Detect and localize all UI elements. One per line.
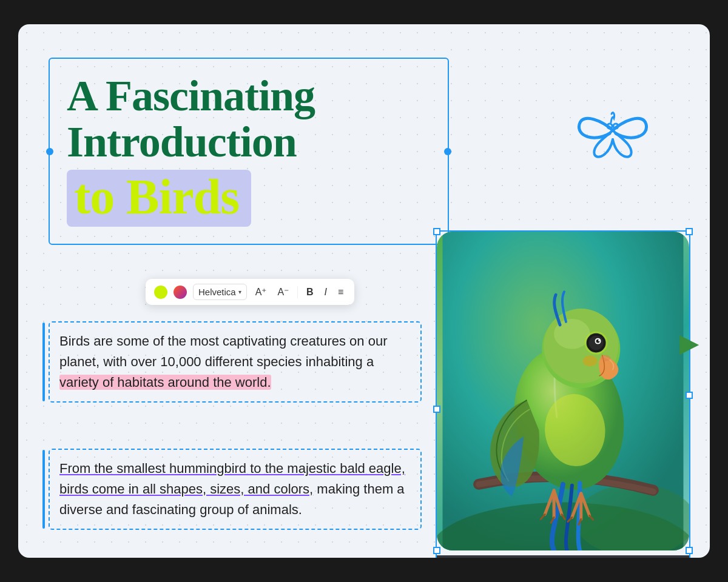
- font-name: Helvetica: [198, 287, 236, 297]
- handle-right[interactable]: [444, 148, 451, 155]
- butterfly-decoration: [570, 97, 655, 172]
- toolbar-divider: [297, 286, 298, 298]
- format-toolbar[interactable]: Helvetica ▾ A⁺ A⁻ B I ≡: [146, 279, 354, 305]
- svg-point-14: [598, 340, 600, 341]
- title-birds: to Birds: [74, 169, 239, 224]
- green-arrow-icon: ▶: [679, 328, 699, 358]
- paragraph-1: Birds are some of the most captivating c…: [59, 331, 411, 393]
- bird-image: [437, 232, 689, 550]
- font-arrow-icon: ▾: [238, 289, 241, 295]
- handle-left[interactable]: [46, 148, 53, 155]
- color-dot-green[interactable]: [154, 286, 167, 299]
- slide-container: A Fascinating Introduction to Birds Helv…: [18, 24, 710, 558]
- paragraph-2: From the smallest hummingbird to the maj…: [59, 458, 411, 520]
- slide-content: A Fascinating Introduction to Birds Helv…: [18, 24, 710, 558]
- font-selector[interactable]: Helvetica ▾: [193, 284, 247, 300]
- text-box-2[interactable]: From the smallest hummingbird to the maj…: [49, 449, 422, 530]
- img-handle-mr[interactable]: [686, 392, 693, 399]
- title-line2: Introduction: [67, 119, 431, 166]
- title-box[interactable]: A Fascinating Introduction to Birds: [49, 58, 449, 245]
- title-highlighted-box: to Birds: [67, 170, 251, 227]
- align-button[interactable]: ≡: [335, 286, 346, 299]
- img-handle-tl[interactable]: [433, 228, 440, 235]
- img-handle-ml[interactable]: [433, 406, 440, 413]
- img-handle-tr[interactable]: [686, 228, 693, 235]
- underlined-text: From the smallest hummingbird to the maj…: [59, 461, 405, 497]
- title-line1: A Fascinating: [67, 73, 431, 119]
- svg-point-16: [601, 355, 611, 361]
- bold-button[interactable]: B: [304, 286, 316, 299]
- img-handle-br[interactable]: [686, 547, 693, 554]
- text-box-1[interactable]: Birds are some of the most captivating c…: [49, 321, 422, 403]
- img-handle-bl[interactable]: [433, 547, 440, 554]
- italic-button[interactable]: I: [322, 286, 329, 299]
- image-toolbar[interactable]: ↺ ↻ ▲ ▶ ⤢ ⧉ ↗: [437, 555, 689, 558]
- color-dot-multi[interactable]: [174, 286, 187, 299]
- increase-font-button[interactable]: A⁺: [253, 285, 269, 299]
- image-container[interactable]: ↺ ↻ ▲ ▶ ⤢ ⧉ ↗: [436, 230, 690, 558]
- decrease-font-button[interactable]: A⁻: [275, 285, 291, 299]
- highlighted-text: variety of habitats around the world.: [59, 375, 271, 390]
- svg-point-17: [583, 355, 598, 366]
